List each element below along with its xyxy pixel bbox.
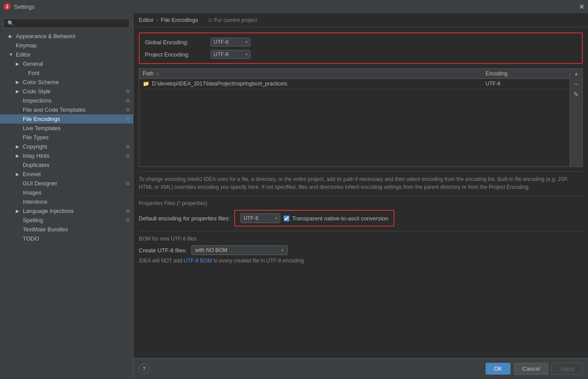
- sidebar-item-label: Keymap: [16, 42, 37, 49]
- breadcrumb-project: 🗋 For current project: [208, 17, 257, 23]
- arrow-icon: ▶: [16, 172, 21, 177]
- sidebar-item-label: Images: [23, 189, 42, 196]
- arrow-icon: ▶: [16, 144, 21, 149]
- table-side-actions: + − ✎: [570, 69, 582, 166]
- sidebar-item-label: File Types: [23, 134, 49, 141]
- transparent-conversion-checkbox[interactable]: [284, 216, 289, 221]
- copy-icon: ⧉: [126, 144, 130, 149]
- properties-title: Properties Files (*.properties): [139, 200, 583, 206]
- copy-icon: ⧉: [126, 217, 130, 223]
- sidebar-item-label: Spelling: [23, 217, 43, 223]
- project-encoding-select[interactable]: UTF-8 UTF-16 ISO-8859-1: [211, 50, 250, 59]
- sidebar-item-inlay-hints[interactable]: ▶ Inlay Hints ⧉: [0, 151, 133, 160]
- arrow-icon: ▶: [16, 61, 21, 66]
- sidebar-item-language-injections[interactable]: ▶ Language Injections ⧉: [0, 206, 133, 216]
- bom-create-label: Create UTF-8 files:: [139, 247, 187, 254]
- sidebar-item-general[interactable]: ▶ General: [0, 59, 133, 68]
- breadcrumb-current: File Encodings: [161, 17, 198, 23]
- sidebar-item-label: File and Code Templates: [23, 106, 86, 113]
- path-cell: 📁 D:\develop\IDEA_2017\IdeaProjects\spri…: [139, 79, 482, 89]
- path-header-label: Path: [143, 71, 154, 77]
- breadcrumb: Editor › File Encodings 🗋 For current pr…: [134, 13, 588, 27]
- bom-select[interactable]: with NO BOM with BOM: [191, 245, 288, 255]
- sidebar-item-todo[interactable]: TODO: [0, 234, 133, 243]
- global-encoding-select[interactable]: UTF-8 UTF-16 ISO-8859-1: [211, 38, 250, 46]
- sidebar-item-gui-designer[interactable]: GUI Designer ⧉: [0, 179, 133, 188]
- edit-path-button[interactable]: ✎: [571, 90, 581, 99]
- sidebar-item-keymap[interactable]: Keymap: [0, 41, 133, 50]
- sidebar-item-intentions[interactable]: Intentions: [0, 197, 133, 206]
- sidebar-item-label: Intentions: [23, 198, 47, 205]
- project-encoding-label: Project Encoding:: [145, 51, 206, 58]
- sidebar-item-file-encodings[interactable]: File Encodings ⧉: [0, 114, 133, 124]
- copy-icon: ⧉: [126, 181, 130, 186]
- sidebar-item-textmate-bundles[interactable]: TextMate Bundles: [0, 225, 133, 234]
- main-content: ▶ Appearance & Behavior Keymap ▼ Editor …: [0, 13, 588, 379]
- copy-icon: ⧉: [126, 208, 130, 214]
- ok-button[interactable]: OK: [486, 363, 511, 375]
- bom-info-prefix: IDEA will NOT add: [139, 258, 183, 264]
- bom-info-suffix: to every created file in UTF-8 encoding: [212, 258, 304, 264]
- transparent-conversion-label[interactable]: Transparent native-to-ascii conversion: [284, 215, 388, 222]
- sidebar-item-inspections[interactable]: Inspections ⧉: [0, 96, 133, 105]
- sidebar-item-copyright[interactable]: ▶ Copyright ⧉: [0, 142, 133, 151]
- project-icon: 🗋: [208, 18, 213, 23]
- bom-info-link[interactable]: UTF-8 BOM: [183, 258, 212, 264]
- sidebar-item-spelling[interactable]: Spelling ⧉: [0, 216, 133, 225]
- sidebar-item-label: Emmet: [23, 171, 41, 177]
- arrow-icon: ▶: [9, 34, 14, 39]
- bom-row: Create UTF-8 files: with NO BOM with BOM: [139, 245, 583, 255]
- props-encoding-select[interactable]: UTF-8 UTF-16 ISO-8859-1: [240, 213, 280, 223]
- sidebar-item-appearance[interactable]: ▶ Appearance & Behavior: [0, 32, 133, 41]
- table-body: 📁 D:\develop\IDEA_2017\IdeaProjects\spri…: [139, 79, 570, 166]
- bom-title: BOM for new UTF-8 files: [139, 236, 583, 242]
- bottom-bar: ? OK Cancel Apply: [134, 358, 588, 379]
- table-row[interactable]: 📁 D:\develop\IDEA_2017\IdeaProjects\spri…: [139, 79, 570, 89]
- sidebar-item-live-templates[interactable]: Live Templates: [0, 124, 133, 133]
- add-path-button[interactable]: +: [571, 70, 581, 79]
- copy-icon: ⧉: [126, 107, 130, 113]
- copy-icon: ⧉: [126, 98, 130, 103]
- breadcrumb-editor: Editor: [139, 17, 154, 23]
- cancel-button[interactable]: Cancel: [514, 363, 548, 375]
- sidebar-item-code-style[interactable]: ▶ Code Style ⧉: [0, 87, 133, 96]
- title-bar: J Settings ✕: [0, 0, 588, 13]
- folder-icon: 📁: [143, 81, 149, 87]
- path-encoding-table: Path ↑ Encoding 📁 D:\develop\IDEA_2017\I…: [139, 68, 583, 167]
- sidebar-item-label: Font: [28, 70, 39, 76]
- sidebar-item-label: Inspections: [23, 97, 52, 104]
- sidebar-item-file-code-templates[interactable]: File and Code Templates ⧉: [0, 105, 133, 114]
- props-encoding-select-wrapper: UTF-8 UTF-16 ISO-8859-1: [240, 213, 280, 223]
- sidebar-item-label: Copyright: [23, 143, 47, 150]
- help-button[interactable]: ?: [139, 364, 149, 374]
- sidebar-item-label: TextMate Bundles: [23, 226, 68, 233]
- arrow-icon: ▶: [16, 209, 21, 213]
- encoding-header: Encoding: [482, 69, 570, 78]
- path-header: Path ↑: [139, 69, 482, 78]
- project-encoding-row: Project Encoding: UTF-8 UTF-16 ISO-8859-…: [145, 50, 577, 59]
- sidebar-item-duplicates[interactable]: Duplicates: [0, 160, 133, 170]
- remove-path-button[interactable]: −: [571, 80, 581, 89]
- copy-icon: ⧉: [126, 89, 130, 94]
- sidebar-item-color-scheme[interactable]: ▶ Color Scheme: [0, 78, 133, 87]
- sidebar-item-label: General: [23, 60, 43, 67]
- close-button[interactable]: ✕: [579, 3, 584, 11]
- search-input[interactable]: [4, 18, 130, 28]
- sidebar-item-label: GUI Designer: [23, 180, 57, 187]
- sidebar-item-editor[interactable]: ▼ Editor: [0, 50, 133, 59]
- main-panel: Editor › File Encodings 🗋 For current pr…: [134, 13, 588, 379]
- sidebar-item-font[interactable]: Font: [0, 68, 133, 78]
- info-text: To change encoding IntelliJ IDEA uses fo…: [139, 171, 583, 191]
- properties-row: Default encoding for properties files: U…: [139, 210, 583, 227]
- sidebar-item-label: Duplicates: [23, 162, 49, 168]
- encoding-cell: UTF-8: [482, 79, 570, 89]
- sidebar-item-file-types[interactable]: File Types: [0, 133, 133, 142]
- path-value: D:\develop\IDEA_2017\IdeaProjects\spring…: [152, 81, 288, 87]
- sidebar-item-emmet[interactable]: ▶ Emmet: [0, 170, 133, 179]
- sidebar-item-label: Appearance & Behavior: [16, 33, 76, 39]
- table-main: Path ↑ Encoding 📁 D:\develop\IDEA_2017\I…: [139, 69, 570, 166]
- global-encoding-row: Global Encoding: UTF-8 UTF-16 ISO-8859-1: [145, 38, 577, 46]
- apply-button[interactable]: Apply: [552, 363, 583, 375]
- sidebar-item-label: Color Scheme: [23, 79, 59, 85]
- sidebar-item-images[interactable]: Images: [0, 188, 133, 197]
